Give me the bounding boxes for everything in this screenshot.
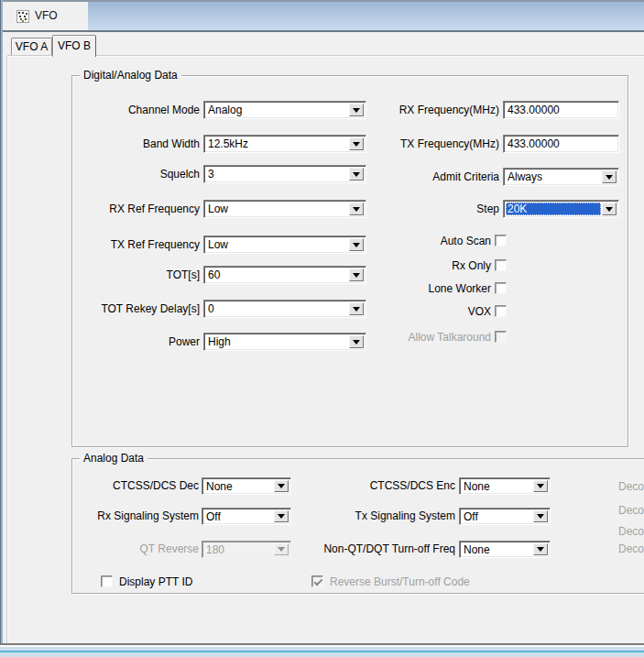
group-title: Digital/Analog Data (80, 69, 181, 82)
combo-value: None (462, 543, 532, 555)
admit-criteria-combo[interactable]: Always (503, 168, 619, 186)
parent-window-accent-line (0, 651, 644, 652)
dropdown-button[interactable] (533, 480, 548, 492)
decode-label-clipped: Decod (618, 542, 644, 555)
channel-mode-label: Channel Mode (37, 101, 200, 119)
rx-only-checkbox[interactable] (495, 259, 507, 271)
combo-value: None (204, 480, 273, 492)
combo-value: Low (206, 203, 348, 215)
allow-talkaround-label: Allow Talkaround (321, 331, 491, 344)
display-ptt-id-checkbox[interactable] (101, 575, 113, 587)
tx-signaling-system-combo[interactable]: Off (459, 508, 551, 525)
power-label: Power (37, 333, 200, 351)
dropdown-arrow-icon (353, 273, 360, 281)
lone-worker-label: Lone Worker (321, 282, 491, 295)
titlebar-divider (0, 30, 644, 32)
input-value: 433.00000 (508, 137, 617, 151)
non-qt-dqt-turnoff-combo[interactable]: None (459, 541, 551, 558)
dropdown-arrow-icon (606, 207, 613, 215)
decode-label-clipped: Decod (618, 525, 644, 538)
combo-value: Analog (206, 104, 348, 116)
tx-ref-frequency-label: TX Ref Frequency (37, 235, 200, 254)
dropdown-button[interactable] (533, 543, 548, 555)
allow-talkaround-checkbox (495, 331, 507, 343)
ctcss-dcs-enc-label: CTCSS/DCS Enc (275, 477, 455, 495)
combo-value: None (462, 480, 532, 492)
step-combo[interactable]: 20K (503, 200, 619, 218)
group-title: Analog Data (80, 452, 147, 465)
dropdown-arrow-icon (537, 484, 544, 492)
auto-scan-checkbox[interactable] (495, 235, 507, 246)
combo-value: 3 (206, 168, 348, 181)
dropdown-arrow-icon (537, 547, 544, 555)
combo-value: 12.5kHz (206, 137, 348, 150)
parent-titlebar-strip (88, 2, 644, 30)
decode-label-clipped: Decod (618, 504, 644, 517)
tot-rekey-delay-label: TOT Rekey Delay[s] (37, 300, 200, 318)
vfo-mode-window: VFO Mode VFO A VFO B Digital/Analog Data… (0, 0, 644, 657)
combo-value: 180 (204, 543, 273, 555)
tab-vfo-b[interactable]: VFO B (52, 35, 96, 57)
reverse-burst-checkbox (311, 575, 323, 587)
input-value: 433.00000 (508, 103, 617, 117)
auto-scan-label: Auto Scan (321, 235, 491, 247)
tx-signaling-system-label: Tx Signaling System (275, 508, 455, 525)
qt-reverse-label: QT Reverse (37, 541, 199, 558)
window-border-left (0, 0, 3, 647)
band-width-label: Band Width (37, 135, 200, 153)
dropdown-arrow-icon (606, 175, 613, 183)
lone-worker-checkbox[interactable] (495, 282, 507, 294)
dropdown-arrow-icon (537, 514, 544, 522)
rx-signaling-system-label: Rx Signaling System (37, 508, 199, 525)
ctcss-dcs-enc-combo[interactable]: None (459, 477, 551, 495)
tx-frequency-input[interactable]: 433.00000 (503, 135, 619, 153)
decode-label-clipped: Decod (618, 480, 644, 493)
app-icon (16, 10, 29, 23)
tot-label: TOT[s] (37, 266, 200, 284)
combo-value-selected: 20K (506, 203, 601, 215)
dropdown-button[interactable] (602, 170, 617, 183)
non-qt-dqt-turnoff-label: Non-QT/DQT Turn-off Freq (275, 541, 455, 558)
titlebar[interactable]: VFO Mode (2, 2, 88, 30)
step-label: Step (330, 200, 499, 218)
rx-frequency-input[interactable]: 433.00000 (503, 101, 619, 119)
squelch-label: Squelch (37, 165, 200, 183)
tx-frequency-label: TX Frequency(MHz) (330, 135, 499, 153)
reverse-burst-label: Reverse Burst/Turn-off Code (330, 575, 513, 588)
combo-value: Always (506, 170, 601, 183)
rx-frequency-label: RX Frequency(MHz) (330, 101, 499, 119)
combo-value: Off (204, 510, 273, 522)
tab-vfo-a[interactable]: VFO A (11, 38, 52, 56)
admit-criteria-label: Admit Criteria (330, 168, 499, 186)
vox-label: VOX (321, 305, 491, 318)
display-ptt-id-label: Display PTT ID (119, 575, 266, 588)
vox-checkbox[interactable] (495, 305, 507, 317)
rx-ref-frequency-label: RX Ref Frequency (37, 200, 200, 218)
combo-value: Off (462, 510, 532, 522)
dropdown-button[interactable] (602, 203, 617, 215)
ctcss-dcs-dec-label: CTCSS/DCS Dec (37, 477, 199, 495)
rx-only-label: Rx Only (321, 259, 491, 272)
dropdown-button[interactable] (533, 510, 548, 522)
